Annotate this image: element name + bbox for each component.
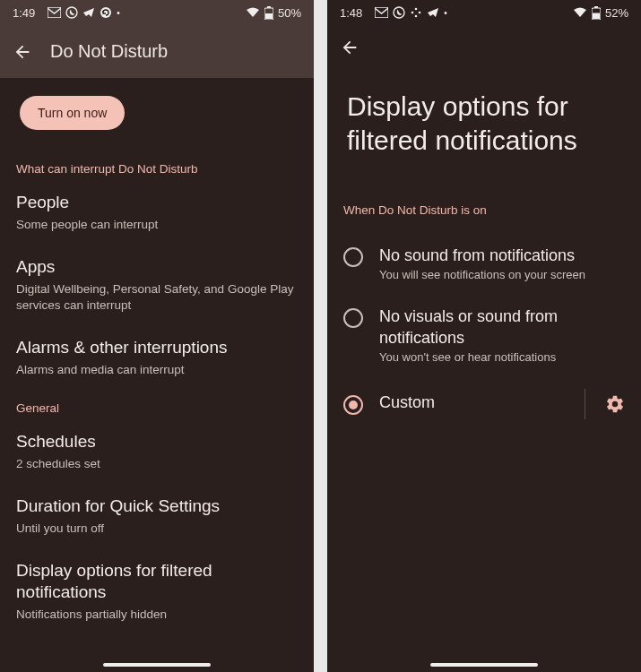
battery-icon — [264, 6, 273, 20]
option-title: No visuals or sound from notifications — [379, 306, 625, 349]
status-time: 1:49 — [13, 6, 35, 20]
item-alarms[interactable]: Alarms & other interruptions Alarms and … — [16, 337, 298, 378]
phone-display-options: 1:48 • 52% Display options for filtered … — [327, 0, 641, 672]
option-no-sound[interactable]: No sound from notifications You will see… — [343, 233, 625, 294]
gear-icon[interactable] — [605, 394, 625, 414]
battery-percent: 50% — [278, 6, 301, 20]
section-general-label: General — [16, 401, 298, 415]
content-scroll[interactable]: Display options for filtered notificatio… — [327, 65, 641, 672]
turn-on-now-button[interactable]: Turn on now — [20, 96, 125, 130]
content-scroll[interactable]: Turn on now What can interrupt Do Not Di… — [0, 78, 314, 672]
wifi-icon — [573, 7, 587, 18]
section-interrupt-label: What can interrupt Do Not Disturb — [16, 162, 298, 176]
page-title: Do Not Disturb — [50, 41, 168, 62]
telegram-icon — [427, 6, 439, 19]
divider — [585, 389, 585, 419]
page-title: Display options for filtered notificatio… — [343, 65, 625, 196]
app-bar: Do Not Disturb — [0, 25, 314, 78]
status-time: 1:48 — [340, 6, 362, 20]
option-subtitle: You won't see or hear notifications — [379, 350, 625, 364]
battery-percent: 52% — [605, 6, 628, 20]
phone-dnd-settings: 1:49 • 50% Do Not Disturb Turn on now Wh… — [0, 0, 314, 672]
item-title: People — [16, 192, 298, 214]
item-subtitle: Alarms and media can interrupt — [16, 362, 298, 378]
section-when-label: When Do Not Disturb is on — [343, 203, 625, 217]
item-title: Schedules — [16, 431, 298, 453]
item-subtitle: Until you turn off — [16, 521, 298, 537]
back-arrow-icon[interactable] — [13, 42, 32, 62]
option-no-visuals-sound[interactable]: No visuals or sound from notifications Y… — [343, 294, 625, 376]
battery-icon — [592, 6, 601, 20]
dots-icon — [410, 6, 422, 19]
item-people[interactable]: People Some people can interrupt — [16, 192, 298, 233]
item-subtitle: Digital Wellbeing, Personal Safety, and … — [16, 281, 298, 314]
svg-point-10 — [419, 12, 421, 14]
svg-point-11 — [415, 15, 418, 18]
option-subtitle: You will see notifications on your scree… — [379, 268, 625, 281]
status-bar: 1:49 • 50% — [0, 0, 314, 25]
svg-point-2 — [100, 7, 111, 18]
item-subtitle: 2 schedules set — [16, 456, 298, 472]
wifi-icon — [246, 7, 260, 18]
back-arrow-icon[interactable] — [340, 38, 359, 57]
whatsapp-icon — [65, 6, 78, 19]
app-bar — [327, 25, 641, 65]
item-title: Display options for filtered notificatio… — [16, 560, 298, 604]
gesture-bar[interactable] — [430, 663, 538, 667]
option-title: No sound from notifications — [379, 246, 625, 266]
item-title: Apps — [16, 256, 298, 279]
radio-icon[interactable] — [343, 247, 363, 267]
item-subtitle: Some people can interrupt — [16, 217, 298, 233]
radio-icon[interactable] — [343, 395, 363, 415]
whatsapp-icon — [393, 6, 405, 19]
item-apps[interactable]: Apps Digital Wellbeing, Personal Safety,… — [16, 256, 298, 314]
item-schedules[interactable]: Schedules 2 schedules set — [16, 431, 298, 472]
item-title: Alarms & other interruptions — [16, 337, 298, 359]
gesture-bar[interactable] — [103, 663, 211, 667]
svg-point-8 — [415, 8, 418, 11]
svg-rect-0 — [48, 7, 61, 18]
svg-rect-14 — [593, 13, 600, 19]
mail-icon — [375, 7, 388, 18]
option-custom[interactable]: Custom — [343, 376, 625, 432]
dot-icon: • — [444, 8, 447, 18]
svg-rect-6 — [375, 7, 388, 18]
item-duration[interactable]: Duration for Quick Settings Until you tu… — [16, 495, 298, 537]
sync-icon — [100, 6, 112, 19]
item-display-options[interactable]: Display options for filtered notificatio… — [16, 560, 298, 624]
status-bar: 1:48 • 52% — [327, 0, 641, 25]
mail-icon — [48, 7, 61, 18]
svg-point-9 — [411, 12, 414, 14]
dot-icon: • — [117, 8, 120, 18]
item-title: Duration for Quick Settings — [16, 495, 298, 518]
radio-icon[interactable] — [343, 308, 363, 328]
option-title: Custom — [379, 392, 565, 413]
svg-rect-5 — [265, 13, 273, 19]
item-subtitle: Notifications partially hidden — [16, 607, 298, 623]
telegram-icon — [82, 6, 95, 19]
